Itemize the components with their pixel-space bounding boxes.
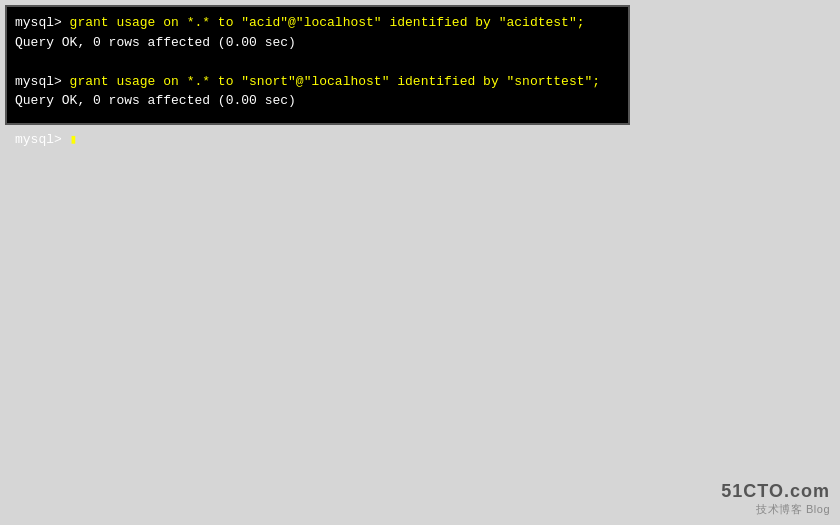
terminal-line-blank-2 (15, 111, 620, 131)
terminal-line-3: mysql> grant usage on *.* to "snort"@"lo… (15, 72, 620, 92)
cursor: ▮ (70, 130, 78, 150)
terminal-line-blank-1 (15, 52, 620, 72)
watermark: 51CTO.com 技术博客 Blog (721, 481, 830, 517)
terminal-line-1: mysql> grant usage on *.* to "acid"@"loc… (15, 13, 620, 33)
prompt-1: mysql> (15, 13, 70, 33)
command-2: grant usage on *.* to "snort"@"localhost… (70, 72, 601, 92)
terminal-line-4: Query OK, 0 rows affected (0.00 sec) (15, 91, 620, 111)
command-1: grant usage on *.* to "acid"@"localhost"… (70, 13, 585, 33)
terminal-line-2: Query OK, 0 rows affected (0.00 sec) (15, 33, 620, 53)
terminal-window: mysql> grant usage on *.* to "acid"@"loc… (5, 5, 630, 125)
prompt-2: mysql> (15, 72, 70, 92)
output-2: Query OK, 0 rows affected (0.00 sec) (15, 91, 296, 111)
watermark-site: 51CTO.com (721, 481, 830, 502)
watermark-tagline: 技术博客 Blog (721, 502, 830, 517)
output-1: Query OK, 0 rows affected (0.00 sec) (15, 33, 296, 53)
prompt-3: mysql> (15, 130, 70, 150)
terminal-line-5: mysql> ▮ (15, 130, 620, 150)
